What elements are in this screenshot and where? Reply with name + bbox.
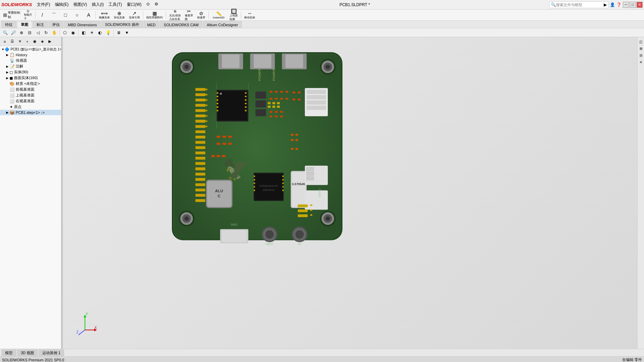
minimize-button[interactable]: ─ [623,2,629,8]
tree-item-surface[interactable]: ▶ ◼ 曲面实体(160) [0,75,61,81]
svg-text:ALU: ALU [215,189,223,193]
tab-motion[interactable]: 运动算例 1 [39,349,64,356]
tb-smart-dim-button[interactable]: ⊙ 智能尺寸 [22,11,34,19]
tree-item-material[interactable]: 🎨 材质 <未指定> [0,81,61,87]
lp-close-btn[interactable]: ✕ [16,38,23,45]
vt-zoomin-btn[interactable]: 🔎 [10,29,17,36]
tab-feature[interactable]: 特征 [1,21,16,28]
tb-sketch-button[interactable]: ⊞ 草图绘制制 [1,11,22,19]
vt-section-btn[interactable]: ◧ [80,29,87,36]
close-button[interactable]: ✕ [636,2,643,8]
tb-arc-button[interactable]: ⌒ [48,11,59,19]
vt-area-btn[interactable]: ⊟ [26,29,33,36]
ri-maximize-btn[interactable]: ⊞ [638,45,644,51]
tab-evaluate[interactable]: 评估 [48,21,63,28]
search-input[interactable] [556,3,604,7]
ri-close-btn[interactable]: ✕ [638,59,644,65]
vt-more-btn[interactable]: ▼ [123,29,131,36]
user-icon[interactable]: 👤 [610,2,615,7]
svg-point-13 [185,216,189,221]
lp-view-btn[interactable]: ◉ [31,38,38,45]
tab-sw-plugin[interactable]: SOLIDWORKS 插件 [101,21,143,28]
tree-icon-right: ⬜ [10,99,15,104]
ri-view-btn[interactable]: ◫ [638,39,644,45]
tree-item-sensor[interactable]: 📡 传感器 [0,58,61,63]
tb-convert-button[interactable]: ⊕ 转化实体 [112,11,127,19]
window-controls: ─ □ ✕ [623,2,643,8]
menu-help[interactable]: ⊙ [144,1,152,8]
vt-realview-btn[interactable]: ☀ [88,29,96,36]
help-icon[interactable]: ❓ [616,2,621,7]
menu-window[interactable]: 窗口(W) [125,1,144,8]
main-viewport[interactable]: POWER POWER [63,37,637,349]
vt-pan-btn[interactable]: ✋ [50,29,58,36]
tree-label-surface: 曲面实体(160) [14,75,38,80]
svg-rect-68 [245,106,247,108]
menu-view[interactable]: 视图(V) [71,1,89,8]
tb-rect-button[interactable]: □ [60,11,71,19]
tab-model[interactable]: 模型 [1,349,16,356]
tb-instant2d-button[interactable]: 📏 Instant2D [210,11,227,19]
tab-annotation[interactable]: 标注 [33,21,48,28]
vt-ambi-btn[interactable]: 💡 [104,29,112,36]
tab-altium[interactable]: Altium CoDesigner [203,21,242,28]
tb-dim-relation-button[interactable]: ≡ 元次/添加几何关系 [167,11,182,19]
tree-item-history[interactable]: ▶ 📋 History [0,52,61,58]
tree-item-right[interactable]: ⬜ 右视基准面 [0,98,61,104]
lp-filter-btn[interactable]: ≡ [1,38,8,45]
menu-options[interactable]: ⚙ [152,1,160,8]
svg-rect-23 [286,55,303,68]
tb-face-button[interactable]: 🔲 上色面轮廓 [228,11,239,19]
vt-rotate-btn[interactable]: ↻ [42,29,50,36]
vt-shadow-btn[interactable]: ◐ [96,29,104,36]
restore-button[interactable]: □ [630,2,636,8]
menu-edit[interactable]: 编辑(E) [53,1,71,8]
vt-zoom-btn[interactable]: 🔍 [1,29,9,36]
tb-text-button[interactable]: A [83,11,94,19]
vt-wireframe-btn[interactable]: ⬡ [61,29,69,36]
tab-3dview[interactable]: 3D 视图 [17,349,38,356]
lp-add-btn[interactable]: + [24,38,31,45]
tab-med[interactable]: MED [144,21,159,28]
svg-rect-66 [245,99,247,101]
vt-hidden-btn[interactable]: ◉ [69,29,77,36]
tree-item-pcb-step[interactable]: ▶ 📦 PCB1.step<1> -> [0,110,61,115]
tb-line-button[interactable]: / [37,11,48,19]
tb-move-button[interactable]: ↔ 移动实体 [243,11,257,19]
menu-insert[interactable]: 插入(I) [90,1,106,8]
tb-circle-button[interactable]: ○ [72,11,83,19]
tab-mbd[interactable]: MBD Dimensions [64,21,101,28]
tree-item-origin[interactable]: ✦ 原点 [0,104,61,110]
vt-sep-1 [59,30,60,36]
vt-fit-btn[interactable]: ⊕ [18,29,25,36]
tab-sw-cam[interactable]: SOLIDWORKS CAM [160,21,202,28]
svg-rect-120 [282,186,283,187]
tree-root[interactable]: ▼ 🔷 PCB1 (默认<<默认>_显示状态 1>) [0,47,61,52]
ri-restore-btn[interactable]: ⊟ [638,52,644,58]
left-panel-toolbar: ≡ ☰ ✕ + ◉ ◈ ▶ [0,37,61,46]
lp-list-btn[interactable]: ☰ [9,38,16,45]
tb-repair-button[interactable]: ✂ 修复草图 [183,11,195,19]
lp-config-btn[interactable]: ◈ [39,38,46,45]
svg-rect-26 [195,88,205,91]
tree-item-annotation[interactable]: ▶ 📝 注解 [0,63,61,69]
tb-mirror-button[interactable]: ⟺ 镜像实体 [97,11,112,19]
tree-item-solid[interactable]: ▶ ◻ 实体(90) [0,69,61,75]
search-area[interactable]: 🔍 ▶ [549,1,609,8]
svg-rect-82 [286,91,288,92]
vt-prev-btn[interactable]: ◁ [34,29,42,36]
tb-linear-array-button[interactable]: ▦ 线性草图阵列 [145,11,164,19]
tree-item-front[interactable]: ⬜ 前视基准面 [0,87,61,92]
svg-rect-46 [195,194,205,197]
svg-rect-164 [295,148,298,150]
menu-file[interactable]: 文件(F) [35,1,52,8]
tb-ref-button[interactable]: ↗ 实体引用 [127,11,142,19]
tab-sketch[interactable]: 草图 [17,21,32,28]
search-submit-icon[interactable]: ▶ [604,2,607,7]
vt-scene-btn[interactable]: 🖥 [115,29,122,36]
menu-tools[interactable]: 工具(T) [106,1,124,8]
tree-item-top[interactable]: ⬜ 上视基准面 [0,92,61,98]
tb-trim-button[interactable]: ⊘ 快速草 [195,11,207,19]
svg-rect-38 [195,152,205,154]
lp-arrow-btn[interactable]: ▶ [46,38,53,45]
